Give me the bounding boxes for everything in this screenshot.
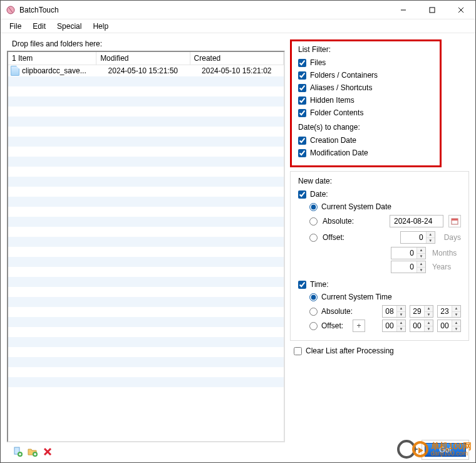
- menu-bar: File Edit Special Help: [1, 19, 475, 33]
- check-folders-label: Folders / Containers: [310, 71, 378, 80]
- check-files-label: Files: [310, 58, 326, 67]
- add-folder-button[interactable]: [27, 446, 38, 457]
- file-name: clipboardcc_save...: [22, 66, 86, 75]
- radio-offset-date[interactable]: [309, 234, 318, 242]
- window-buttons: [389, 1, 475, 19]
- check-creation[interactable]: [298, 137, 306, 145]
- close-button[interactable]: [447, 1, 475, 19]
- new-date-title: New date:: [298, 177, 461, 185]
- col-modified[interactable]: Modified: [96, 52, 190, 65]
- content-area: Drop files and folders here: 1 Item Modi…: [1, 33, 475, 462]
- check-hidden[interactable]: [298, 96, 306, 105]
- offset-years-suffix: Years: [432, 263, 461, 271]
- go-button-container: Go!: [422, 440, 469, 460]
- offset-sign-button[interactable]: +: [353, 320, 365, 332]
- app-icon: [6, 5, 16, 15]
- col-created[interactable]: Created: [190, 52, 283, 65]
- file-modified: 2024-05-10 15:21:50: [96, 65, 190, 76]
- check-modification-label: Modification Date: [310, 148, 368, 157]
- file-created: 2024-05-10 15:21:02: [190, 65, 283, 76]
- menu-edit[interactable]: Edit: [28, 21, 51, 32]
- col-count[interactable]: 1 Item: [8, 52, 96, 65]
- check-hidden-label: Hidden Items: [310, 96, 354, 105]
- check-clear-list-label: Clear List after Processing: [306, 346, 394, 355]
- radio-current-date-label: Current System Date: [321, 202, 391, 211]
- check-date-label: Date:: [310, 190, 328, 199]
- check-creation-label: Creation Date: [310, 136, 356, 145]
- dates-to-change-title: Date(s) to change:: [298, 123, 433, 132]
- menu-special[interactable]: Special: [52, 21, 86, 32]
- check-folders[interactable]: [298, 71, 306, 80]
- radio-current-date[interactable]: [309, 203, 318, 211]
- svg-rect-2: [430, 8, 435, 13]
- time-second-field[interactable]: ▲▼: [437, 305, 461, 318]
- svg-rect-15: [452, 219, 458, 221]
- radio-absolute-time[interactable]: [309, 308, 318, 316]
- file-icon: [11, 66, 19, 76]
- new-date-panel: New date: Date: Current System Date Abso…: [290, 171, 469, 341]
- check-contents-label: Folder Contents: [310, 108, 363, 117]
- list-filter-title: List Filter:: [298, 45, 433, 54]
- menu-help[interactable]: Help: [88, 21, 113, 32]
- absolute-date-input[interactable]: [390, 215, 443, 227]
- remove-button[interactable]: [42, 446, 53, 457]
- minimize-button[interactable]: [389, 1, 418, 19]
- drop-label: Drop files and folders here:: [12, 39, 285, 48]
- check-time[interactable]: [298, 281, 306, 289]
- list-filter-panel: List Filter: Files Folders / Containers …: [290, 39, 442, 167]
- offset-days-suffix: Days: [444, 233, 461, 242]
- check-modification[interactable]: [298, 149, 306, 157]
- title-bar: BatchTouch: [1, 1, 475, 19]
- offset-days-field[interactable]: ▲▼: [400, 231, 435, 244]
- check-date[interactable]: [298, 190, 306, 199]
- window-title: BatchTouch: [19, 6, 59, 14]
- radio-absolute-date-label: Absolute:: [323, 217, 366, 226]
- radio-absolute-time-label: Absolute:: [321, 307, 365, 316]
- go-button[interactable]: Go!: [425, 443, 466, 457]
- check-aliases[interactable]: [298, 84, 306, 92]
- check-time-label: Time:: [310, 280, 329, 289]
- radio-offset-date-label: Offset:: [323, 233, 366, 242]
- right-pane: List Filter: Files Folders / Containers …: [290, 39, 469, 459]
- radio-offset-time-label: Offset:: [321, 321, 349, 330]
- table-row[interactable]: clipboardcc_save... 2024-05-10 15:21:50 …: [8, 65, 284, 76]
- radio-absolute-date[interactable]: [309, 217, 318, 226]
- time-minute-field[interactable]: ▲▼: [410, 305, 433, 318]
- toolstrip: [7, 442, 285, 459]
- file-table: 1 Item Modified Created clipboardcc_save…: [8, 52, 284, 397]
- time-hour-field[interactable]: ▲▼: [382, 305, 406, 318]
- calendar-icon[interactable]: [448, 215, 461, 227]
- add-file-button[interactable]: [12, 446, 23, 457]
- offset-months-suffix: Months: [432, 249, 461, 258]
- left-pane: Drop files and folders here: 1 Item Modi…: [7, 39, 285, 459]
- radio-offset-time[interactable]: [309, 322, 318, 330]
- check-aliases-label: Aliases / Shortcuts: [310, 83, 372, 92]
- time-offset-hour-field[interactable]: ▲▼: [382, 320, 406, 332]
- time-offset-minute-field[interactable]: ▲▼: [410, 320, 433, 332]
- menu-file[interactable]: File: [4, 21, 26, 32]
- file-list[interactable]: 1 Item Modified Created clipboardcc_save…: [7, 51, 285, 442]
- check-contents[interactable]: [298, 109, 306, 117]
- check-clear-list[interactable]: [294, 347, 302, 355]
- time-offset-second-field[interactable]: ▲▼: [437, 320, 461, 332]
- maximize-button[interactable]: [418, 1, 447, 19]
- check-files[interactable]: [298, 59, 306, 67]
- radio-current-time[interactable]: [309, 293, 318, 301]
- offset-years-field[interactable]: ▲▼: [391, 261, 426, 273]
- radio-current-time-label: Current System Time: [321, 293, 392, 301]
- offset-months-field[interactable]: ▲▼: [391, 247, 426, 259]
